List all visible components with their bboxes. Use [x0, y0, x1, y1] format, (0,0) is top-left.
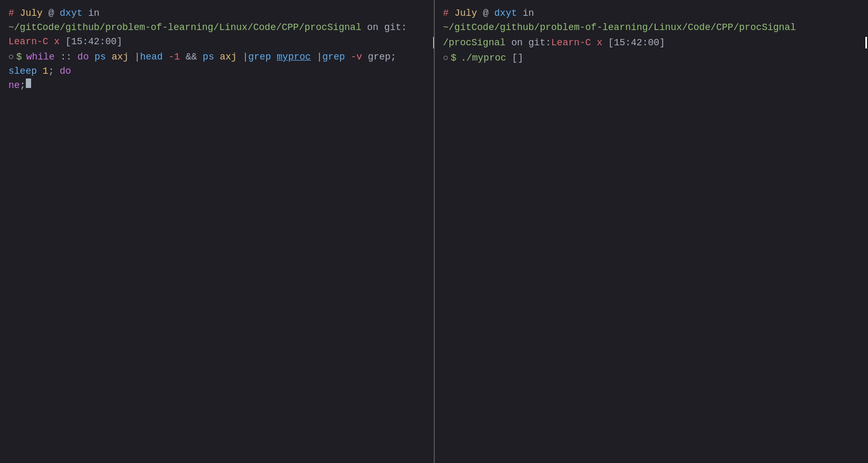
left-do: do — [77, 50, 89, 64]
left-dollar: $ — [16, 50, 22, 64]
left-time: [15:42:00] — [65, 35, 122, 49]
right-time-value: 15:42:00 — [614, 37, 659, 48]
left-branch: Learn-C — [8, 35, 48, 49]
left-space4 — [214, 50, 220, 64]
left-circle: ○ — [8, 50, 14, 64]
left-cursor — [26, 78, 31, 88]
right-time: [15:42:00] — [608, 36, 665, 50]
left-grep-arg: grep; — [362, 50, 402, 64]
right-terminal-pane[interactable]: # July @ dxyt in ~/gitCode/github/proble… — [435, 0, 869, 463]
left-prompt-line: # July @ dxyt in ~/gitCode/github/proble… — [8, 6, 425, 49]
right-circle: ○ — [443, 51, 449, 65]
right-month: July — [454, 6, 477, 21]
right-cmd-line: ○ $ ./myproc [] — [443, 51, 860, 65]
left-axj1: axj — [112, 50, 129, 64]
left-username: dxyt — [60, 6, 82, 21]
left-pipe2: | — [237, 50, 248, 64]
left-head: head — [140, 50, 163, 64]
left-semi2: ; — [20, 78, 26, 93]
left-path: ~/gitCode/github/problem-of-learning/Lin… — [8, 21, 362, 35]
right-on: on — [511, 36, 523, 50]
left-on: on — [367, 21, 379, 35]
left-ps2: ps — [203, 50, 214, 64]
right-path2: /procSignal — [443, 36, 506, 50]
left-continuation: ne ; — [8, 78, 425, 93]
right-prompt-line: # July @ dxyt in ~/gitCode/github/proble… — [443, 6, 860, 35]
left-while: while — [26, 50, 55, 64]
right-pane-cursor — [865, 37, 867, 48]
right-git-label: git: — [529, 36, 551, 50]
terminal-container: # July @ dxyt in ~/gitCode/github/proble… — [0, 0, 868, 463]
right-bracket: [] — [512, 51, 523, 65]
left-grep1: grep — [248, 50, 271, 64]
right-time-bracket-close: ] — [659, 37, 665, 48]
left-flag1: -1 — [169, 50, 180, 64]
left-myproc: myproc — [277, 50, 311, 64]
left-time-bracket-open: [ — [65, 36, 71, 47]
left-month: July — [20, 6, 43, 21]
right-space — [506, 51, 512, 65]
right-branch: Learn-C — [551, 36, 591, 50]
right-x: x — [597, 36, 602, 50]
right-hash: # — [443, 6, 449, 21]
left-axj2: axj — [220, 50, 237, 64]
left-done: do — [60, 64, 71, 78]
left-flag2: -v — [351, 50, 363, 64]
left-time-value: 15:42:00 — [71, 36, 116, 47]
left-space6 — [345, 50, 351, 64]
right-in: in — [523, 6, 534, 21]
left-grep2: grep — [322, 50, 345, 64]
left-hash: # — [8, 6, 14, 21]
left-cmd-line: ○ $ while :: do ps axj | head -1 && ps a… — [8, 50, 425, 78]
left-at: @ — [48, 6, 54, 21]
left-done2: ne — [8, 78, 20, 93]
left-pipe1: | — [129, 50, 140, 64]
left-x: x — [54, 35, 60, 49]
left-git-label: git: — [384, 21, 407, 35]
right-at: @ — [483, 6, 489, 21]
left-space5 — [271, 50, 277, 64]
left-space7 — [37, 64, 43, 78]
left-sleep: sleep — [8, 64, 37, 78]
left-and: && — [180, 50, 202, 64]
left-space2 — [106, 50, 112, 64]
right-path: ~/gitCode/github/problem-of-learning/Lin… — [443, 21, 796, 35]
left-pipe3: | — [311, 50, 323, 64]
right-dollar: $ — [451, 51, 456, 65]
left-sleep-arg: 1 — [43, 64, 48, 78]
left-in: in — [88, 6, 100, 21]
left-space1 — [89, 50, 94, 64]
right-username: dxyt — [494, 6, 517, 21]
left-time-bracket-close: ] — [116, 36, 122, 47]
left-ps1: ps — [94, 50, 106, 64]
right-dot-slash: ./myproc — [461, 51, 506, 65]
left-sep1: :: — [55, 50, 77, 64]
left-terminal-pane[interactable]: # July @ dxyt in ~/gitCode/github/proble… — [0, 0, 435, 463]
left-space3 — [163, 50, 169, 64]
left-semicolon: ; — [48, 64, 60, 78]
right-time-bracket-open: [ — [608, 37, 614, 48]
right-prompt-line2: /procSignal on git:Learn-C x [15:42:00] — [443, 36, 860, 50]
